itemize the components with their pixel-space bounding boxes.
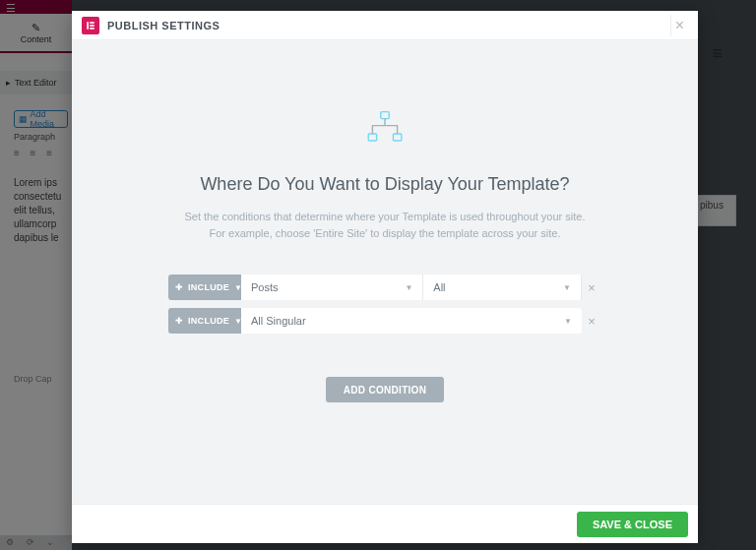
condition-type-select[interactable]: All Singular ▼ xyxy=(241,308,582,334)
include-label: INCLUDE xyxy=(188,316,229,326)
svg-rect-4 xyxy=(381,112,389,119)
remove-condition-icon[interactable]: × xyxy=(582,314,601,329)
condition-type-select[interactable]: Posts ▼ xyxy=(241,275,423,300)
publish-settings-modal: PUBLISH SETTINGS × Where Do You Want to … xyxy=(72,11,698,543)
chevron-down-icon: ▼ xyxy=(564,317,572,326)
plus-icon: ✚ xyxy=(175,316,183,326)
sitemap-icon xyxy=(364,109,406,145)
save-and-close-button[interactable]: SAVE & CLOSE xyxy=(577,512,688,537)
include-label: INCLUDE xyxy=(188,282,229,292)
chevron-down-icon: ▼ xyxy=(563,283,571,292)
svg-rect-3 xyxy=(90,28,94,30)
include-toggle[interactable]: ✚ INCLUDE ▼ xyxy=(168,308,241,334)
svg-rect-6 xyxy=(393,134,401,141)
modal-header: PUBLISH SETTINGS × xyxy=(72,11,698,40)
chevron-down-icon: ▼ xyxy=(405,283,412,292)
condition-subtype-select[interactable]: All ▼ xyxy=(423,275,582,300)
plus-icon: ✚ xyxy=(175,282,183,292)
modal-body: Where Do You Want to Display Your Templa… xyxy=(72,40,698,504)
svg-rect-0 xyxy=(87,22,89,30)
remove-condition-icon[interactable]: × xyxy=(582,280,601,295)
include-toggle[interactable]: ✚ INCLUDE ▼ xyxy=(168,275,241,300)
close-icon[interactable]: × xyxy=(670,15,688,36)
svg-rect-1 xyxy=(90,22,94,24)
modal-title: PUBLISH SETTINGS xyxy=(107,20,220,31)
condition-row: ✚ INCLUDE ▼ All Singular ▼ × xyxy=(168,308,601,334)
conditions-subtext: Set the conditions that determine where … xyxy=(184,209,585,241)
elementor-logo-icon xyxy=(82,17,99,34)
svg-rect-5 xyxy=(368,134,376,141)
modal-footer: SAVE & CLOSE xyxy=(72,504,698,543)
condition-row: ✚ INCLUDE ▼ Posts ▼ All ▼ × xyxy=(168,275,601,300)
conditions-heading: Where Do You Want to Display Your Templa… xyxy=(200,174,569,195)
select-value: All xyxy=(433,281,445,293)
conditions-list: ✚ INCLUDE ▼ Posts ▼ All ▼ × ✚ INCLUDE xyxy=(168,275,601,334)
select-value: Posts xyxy=(251,281,279,293)
select-value: All Singular xyxy=(251,315,306,327)
add-condition-button[interactable]: ADD CONDITION xyxy=(326,377,444,402)
svg-rect-2 xyxy=(90,25,94,27)
